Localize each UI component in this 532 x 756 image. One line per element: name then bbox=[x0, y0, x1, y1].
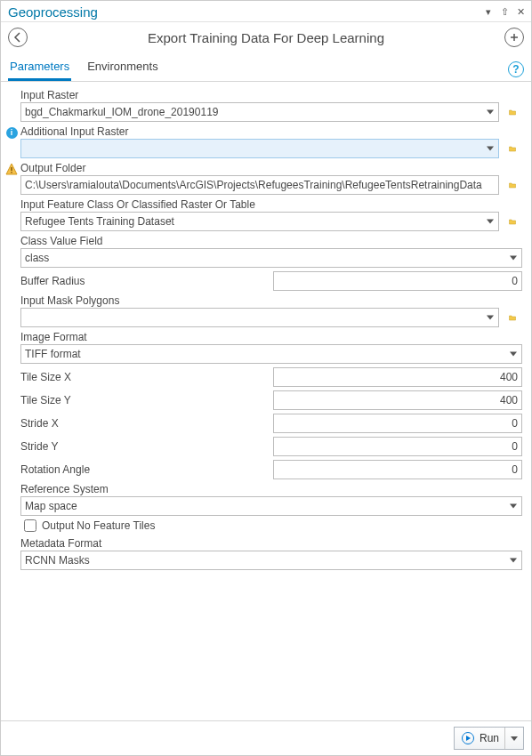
field-rotation-angle: Rotation Angle bbox=[4, 460, 522, 479]
label-image-format: Image Format bbox=[20, 331, 87, 343]
reference-system-select[interactable] bbox=[20, 496, 522, 516]
pin-icon[interactable]: ⇧ bbox=[499, 6, 510, 18]
menu-icon[interactable]: ▾ bbox=[483, 6, 494, 18]
browse-input-mask-polygons[interactable] bbox=[503, 308, 522, 327]
add-button[interactable] bbox=[504, 28, 524, 47]
field-additional-input-raster: i Additional Input Raster bbox=[4, 125, 522, 158]
window-controls: ▾ ⇧ ✕ bbox=[483, 6, 526, 18]
folder-icon bbox=[509, 142, 516, 155]
field-input-mask-polygons: Input Mask Polygons bbox=[4, 294, 522, 327]
input-raster-select[interactable] bbox=[20, 102, 499, 122]
metadata-format-select[interactable] bbox=[20, 551, 522, 570]
title-bar: Geoprocessing ▾ ⇧ ✕ bbox=[1, 1, 531, 22]
label-stride-y: Stride Y bbox=[20, 440, 266, 453]
label-tile-size-y: Tile Size Y bbox=[20, 394, 266, 406]
label-input-feature-class: Input Feature Class Or Classified Raster… bbox=[20, 198, 255, 211]
run-button[interactable]: Run bbox=[454, 727, 524, 750]
footer-bar: Run bbox=[1, 720, 531, 755]
folder-icon bbox=[509, 106, 516, 118]
field-reference-system: Reference System bbox=[4, 483, 522, 516]
field-input-feature-class: Input Feature Class Or Classified Raster… bbox=[4, 198, 522, 231]
label-reference-system: Reference System bbox=[20, 483, 109, 495]
additional-input-raster-select[interactable] bbox=[20, 139, 499, 158]
warning-icon bbox=[5, 163, 18, 175]
field-output-folder: Output Folder bbox=[4, 162, 522, 195]
label-metadata-format: Metadata Format bbox=[20, 537, 101, 550]
field-output-no-feature-tiles: Output No Feature Tiles bbox=[4, 519, 522, 532]
tab-parameters[interactable]: Parameters bbox=[8, 56, 71, 81]
field-class-value: Class Value Field bbox=[4, 235, 522, 268]
label-input-mask-polygons: Input Mask Polygons bbox=[20, 294, 119, 307]
label-class-value-field: Class Value Field bbox=[20, 235, 102, 247]
field-stride-y: Stride Y bbox=[4, 437, 522, 456]
image-format-select[interactable] bbox=[20, 344, 522, 364]
arrow-left-icon bbox=[12, 32, 23, 43]
field-metadata-format: Metadata Format bbox=[4, 537, 522, 570]
run-dropdown[interactable] bbox=[504, 728, 523, 749]
class-value-field-select[interactable] bbox=[20, 248, 522, 268]
label-tile-size-x: Tile Size X bbox=[20, 371, 266, 383]
label-buffer-radius: Buffer Radius bbox=[20, 275, 266, 287]
info-icon: i bbox=[5, 126, 18, 139]
tile-size-x-input[interactable] bbox=[273, 367, 522, 387]
field-input-raster: Input Raster bbox=[4, 89, 522, 122]
label-output-no-feature-tiles: Output No Feature Tiles bbox=[42, 519, 155, 532]
panel-title: Geoprocessing bbox=[8, 4, 483, 20]
field-tile-size-x: Tile Size X bbox=[4, 367, 522, 387]
buffer-radius-input[interactable] bbox=[273, 271, 522, 291]
browse-input-raster[interactable] bbox=[503, 102, 522, 122]
tile-size-y-input[interactable] bbox=[273, 390, 522, 410]
svg-rect-0 bbox=[11, 167, 12, 171]
browse-input-feature-class[interactable] bbox=[503, 212, 522, 231]
label-output-folder: Output Folder bbox=[20, 162, 85, 174]
run-label: Run bbox=[480, 732, 499, 744]
output-no-feature-tiles-checkbox[interactable] bbox=[24, 519, 36, 532]
input-mask-polygons-select[interactable] bbox=[20, 308, 499, 327]
svg-rect-1 bbox=[11, 172, 12, 173]
tool-title: Export Training Data For Deep Learning bbox=[28, 30, 504, 45]
label-additional-input-raster: Additional Input Raster bbox=[20, 125, 128, 138]
folder-icon bbox=[509, 311, 516, 324]
geoprocessing-panel: Geoprocessing ▾ ⇧ ✕ Export Training Data… bbox=[0, 0, 532, 756]
parameters-form: Input Raster i Additional Input Raster bbox=[1, 82, 531, 720]
browse-additional-input-raster[interactable] bbox=[503, 139, 522, 158]
tab-environments[interactable]: Environments bbox=[85, 56, 159, 81]
plus-icon bbox=[509, 32, 520, 43]
field-buffer-radius: Buffer Radius bbox=[4, 271, 522, 291]
folder-icon bbox=[509, 179, 516, 191]
stride-y-input[interactable] bbox=[273, 437, 522, 456]
back-button[interactable] bbox=[8, 28, 28, 47]
rotation-angle-input[interactable] bbox=[273, 460, 522, 479]
field-tile-size-y: Tile Size Y bbox=[4, 390, 522, 410]
label-input-raster: Input Raster bbox=[20, 89, 78, 101]
browse-output-folder[interactable] bbox=[503, 175, 522, 195]
field-image-format: Image Format bbox=[4, 331, 522, 364]
help-button[interactable]: ? bbox=[508, 61, 524, 77]
tool-header: Export Training Data For Deep Learning bbox=[1, 22, 531, 52]
close-icon[interactable]: ✕ bbox=[515, 6, 526, 18]
tabs-row: Parameters Environments ? bbox=[1, 52, 531, 82]
field-stride-x: Stride X bbox=[4, 414, 522, 433]
label-rotation-angle: Rotation Angle bbox=[20, 463, 266, 476]
output-folder-input[interactable] bbox=[20, 175, 499, 195]
label-stride-x: Stride X bbox=[20, 417, 266, 430]
play-icon bbox=[462, 732, 474, 744]
input-feature-class-select[interactable] bbox=[20, 212, 499, 231]
stride-x-input[interactable] bbox=[273, 414, 522, 433]
folder-icon bbox=[509, 215, 516, 228]
